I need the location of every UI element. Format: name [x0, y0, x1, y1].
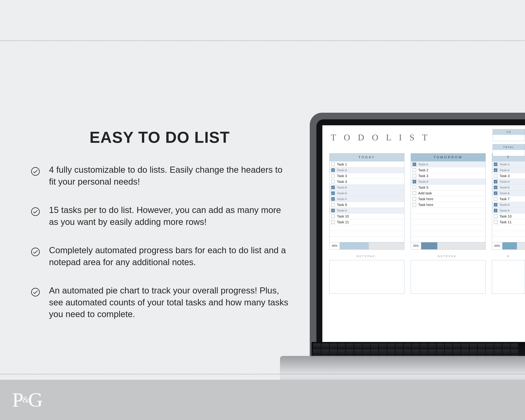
task-row[interactable]: Task 8	[492, 202, 525, 207]
checkbox-icon[interactable]	[494, 209, 497, 212]
checkbox-icon[interactable]	[413, 163, 416, 166]
progress-fill	[502, 242, 517, 249]
checkbox-icon[interactable]	[494, 163, 497, 166]
task-row[interactable]: Task 4	[492, 179, 525, 185]
checkbox-icon[interactable]	[331, 197, 335, 201]
task-label: Task 1	[499, 162, 510, 167]
checkbox-icon[interactable]	[494, 197, 497, 201]
task-row[interactable]: Add task	[411, 190, 486, 196]
task-row[interactable]: Task 8	[329, 202, 404, 207]
task-row[interactable]: Task 5	[329, 185, 404, 190]
feature-item: An automated pie chart to track your ove…	[31, 285, 289, 320]
notepad-label: N	[492, 255, 525, 258]
empty-row[interactable]	[411, 219, 486, 225]
checkbox-icon[interactable]	[331, 209, 335, 212]
task-row[interactable]: Task 2	[411, 167, 486, 173]
task-row[interactable]: Task 10	[492, 213, 525, 219]
list-header[interactable]: TODAY	[329, 153, 404, 161]
empty-row[interactable]	[411, 231, 486, 236]
laptop-mockup: TO TOTAL T O D O L I S T TODAYTask 1Task…	[280, 113, 525, 391]
empty-row[interactable]	[329, 231, 404, 236]
task-row[interactable]: Task 3	[492, 173, 525, 179]
list-header[interactable]: TOMORROW	[411, 153, 486, 161]
task-label: Task 4	[499, 180, 510, 184]
task-row[interactable]: Task 11	[492, 219, 525, 225]
empty-row[interactable]	[411, 236, 486, 242]
task-label: Task 11	[337, 220, 349, 224]
task-row[interactable]: Task 11	[329, 219, 404, 225]
task-row[interactable]: Task 2	[329, 167, 404, 173]
task-row[interactable]: Task 5	[411, 185, 486, 190]
checkbox-icon[interactable]	[413, 168, 416, 172]
task-row[interactable]: Task 2	[492, 167, 525, 173]
task-label: Task 8	[499, 203, 510, 207]
checkbox-icon[interactable]	[494, 168, 497, 172]
checkbox-icon[interactable]	[413, 174, 416, 178]
task-label: Add task	[418, 191, 432, 195]
task-row[interactable]: Task 6	[492, 190, 525, 196]
task-row[interactable]: Task 4	[329, 179, 404, 185]
task-row[interactable]: Task 3	[329, 173, 404, 179]
progress-percent: 25%	[411, 242, 421, 249]
task-row[interactable]: Task 7	[492, 196, 525, 202]
checkbox-icon[interactable]	[413, 180, 416, 183]
checkbox-icon[interactable]	[331, 174, 335, 178]
checkbox-icon[interactable]	[494, 203, 497, 206]
top-bar	[0, 0, 525, 40]
checkbox-icon[interactable]	[494, 174, 497, 178]
task-row[interactable]: Task 7	[329, 196, 404, 202]
checkbox-icon[interactable]	[331, 168, 335, 172]
checkbox-icon[interactable]	[494, 191, 497, 195]
task-row[interactable]: Task here	[411, 196, 486, 202]
empty-row[interactable]	[492, 225, 525, 231]
task-row[interactable]: Task 3	[411, 173, 486, 179]
progress-percent: 64%	[492, 242, 502, 249]
task-row[interactable]: Task 10	[329, 213, 404, 219]
progress-fill	[340, 242, 369, 249]
logo-g: G	[28, 389, 42, 411]
empty-row[interactable]	[492, 231, 525, 236]
checkbox-icon[interactable]	[331, 163, 335, 166]
checkbox-icon[interactable]	[413, 186, 416, 189]
checkbox-icon[interactable]	[331, 203, 335, 206]
checkbox-icon[interactable]	[331, 180, 335, 183]
task-row[interactable]: Task 5	[492, 185, 525, 190]
empty-row[interactable]	[329, 225, 404, 231]
empty-row[interactable]	[329, 236, 404, 242]
progress-bar: 45%	[329, 242, 404, 249]
task-row[interactable]: Task 6	[329, 190, 404, 196]
logo-amp: &	[22, 394, 28, 405]
notepad-area[interactable]	[411, 260, 486, 294]
checkbox-icon[interactable]	[494, 220, 497, 224]
empty-row[interactable]	[492, 236, 525, 242]
checkbox-icon[interactable]	[494, 180, 497, 183]
notepad-area[interactable]	[329, 260, 404, 294]
notepads-container: NOTEPAD:NOTEPAD:N	[329, 255, 525, 294]
checkbox-icon[interactable]	[331, 186, 335, 189]
empty-row[interactable]	[411, 225, 486, 231]
task-row[interactable]: Task 9	[329, 207, 404, 213]
svg-point-1	[31, 208, 39, 216]
task-row[interactable]: Task 1	[329, 161, 404, 167]
empty-row[interactable]	[411, 213, 486, 219]
checkbox-icon[interactable]	[413, 203, 416, 206]
task-row[interactable]: Task 9	[492, 207, 525, 213]
checkbox-icon[interactable]	[413, 197, 416, 201]
empty-row[interactable]	[411, 207, 486, 213]
task-row[interactable]: Task 1	[411, 161, 486, 167]
task-row[interactable]: Task 4	[411, 179, 486, 185]
progress-bar: 64%	[492, 242, 525, 249]
summary-tiles: TO TOTAL	[493, 129, 525, 159]
checkbox-icon[interactable]	[413, 191, 416, 195]
checkbox-icon[interactable]	[331, 191, 335, 195]
task-row[interactable]: Task here	[411, 202, 486, 207]
checkbox-icon[interactable]	[494, 186, 497, 189]
checkbox-icon[interactable]	[331, 220, 335, 224]
checkbox-icon[interactable]	[331, 215, 335, 218]
task-row[interactable]: Task 1	[492, 161, 525, 167]
notepad-area[interactable]	[492, 260, 525, 294]
checkbox-icon[interactable]	[494, 215, 497, 218]
progress-track	[421, 242, 486, 249]
feature-item: 15 tasks per to do list. However, you ca…	[31, 204, 289, 228]
notepad: NOTEPAD:	[411, 255, 486, 294]
